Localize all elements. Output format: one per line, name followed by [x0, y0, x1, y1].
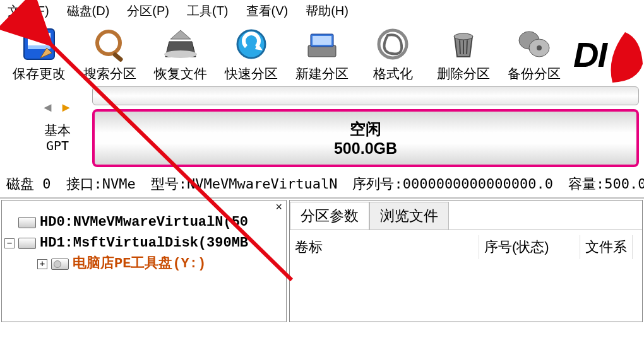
nav-arrows[interactable]: ◄ ► [41, 100, 73, 115]
col-filesystem[interactable]: 文件系 [580, 235, 633, 259]
detail-pane: 分区参数 浏览文件 卷标 序号(状态) 文件系 [289, 200, 643, 322]
expand-icon[interactable]: + [37, 259, 47, 269]
disk-info-line: 磁盘 0 接口:NVMe 型号:NVMeVMwareVirtualN 序列号:0… [0, 171, 644, 197]
partition-status: 空闲 [350, 119, 381, 139]
backup-partition-button[interactable]: 备份分区 [499, 25, 569, 83]
menubar: 文件(F) 磁盘(D) 分区(P) 工具(T) 查看(V) 帮助(H) [0, 0, 644, 22]
menu-help[interactable]: 帮助(H) [306, 3, 349, 20]
disk-serial: 序列号:0000000000000000.0 [352, 175, 553, 194]
collapse-icon[interactable]: − [4, 238, 15, 248]
quick-partition-icon [232, 25, 271, 64]
column-headers: 卷标 序号(状态) 文件系 [290, 230, 642, 259]
svg-rect-7 [308, 45, 336, 57]
backup-icon [515, 25, 554, 64]
disk-map-area: ◄ ► 基本 GPT 空闲 500.0GB [0, 84, 644, 171]
format-button[interactable]: 格式化 [357, 25, 428, 83]
close-icon[interactable]: × [275, 201, 282, 214]
disk-capacity: 容量:500.0GB(51 [568, 175, 644, 194]
menu-file[interactable]: 文件(F) [8, 3, 49, 20]
disk-type: 基本 [44, 122, 71, 138]
tree-node-hd0[interactable]: HD0:NVMeVMwareVirtualN(50 [4, 212, 283, 233]
new-partition-button[interactable]: 新建分区 [287, 25, 357, 83]
menu-disk[interactable]: 磁盘(D) [67, 3, 110, 20]
tab-browse-files[interactable]: 浏览文件 [369, 202, 449, 230]
magnifier-icon [90, 25, 129, 64]
tree-node-hd1[interactable]: − HD1:MsftVirtualDisk(390MB [4, 233, 283, 253]
recover-files-button[interactable]: 恢复文件 [145, 25, 216, 83]
delete-partition-button[interactable]: 删除分区 [428, 25, 499, 83]
disk-left-panel: ◄ ► 基本 GPT [23, 100, 92, 153]
disk-interface: 接口:NVMe [66, 175, 136, 194]
app-logo: DI [573, 26, 644, 83]
save-icon [20, 25, 59, 64]
partition-size: 500.0GB [334, 139, 397, 158]
disk-icon [18, 217, 36, 228]
menu-tools[interactable]: 工具(T) [187, 3, 229, 20]
lower-panes: × HD0:NVMeVMwareVirtualN(50 − HD1:MsftVi… [0, 197, 644, 323]
disk-model: 型号:NVMeVMwareVirtualN [151, 175, 338, 194]
recover-icon [161, 25, 200, 64]
search-partition-button[interactable]: 搜索分区 [75, 25, 145, 83]
svg-point-3 [97, 32, 120, 54]
disk-index: 磁盘 0 [6, 175, 51, 194]
col-volume-label[interactable]: 卷标 [290, 235, 479, 259]
disk-header-bar[interactable] [92, 86, 639, 105]
svg-point-5 [164, 50, 197, 58]
quick-partition-button[interactable]: 快速分区 [216, 25, 287, 83]
svg-rect-4 [112, 52, 124, 62]
disk-tree-pane: × HD0:NVMeVMwareVirtualN(50 − HD1:MsftVi… [1, 200, 287, 322]
disk-icon [18, 238, 36, 249]
tab-partition-params[interactable]: 分区参数 [290, 202, 369, 230]
menu-view[interactable]: 查看(V) [246, 3, 289, 20]
new-partition-icon [302, 25, 342, 64]
format-icon [373, 25, 412, 64]
tabs: 分区参数 浏览文件 [290, 201, 642, 230]
svg-point-11 [454, 33, 473, 40]
disk-scheme: GPT [44, 138, 71, 153]
save-changes-button[interactable]: 保存更改 [4, 25, 75, 83]
volume-icon [51, 259, 69, 270]
trash-icon [444, 25, 483, 64]
col-index-status[interactable]: 序号(状态) [479, 235, 580, 259]
toolbar: 保存更改 搜索分区 恢复文件 快速分区 新建分区 格式化 删除分区 [0, 22, 644, 84]
svg-rect-9 [313, 36, 331, 45]
tree-node-pe[interactable]: + 电脑店PE工具盘(Y:) [4, 253, 283, 274]
svg-point-17 [537, 45, 542, 50]
menu-partition[interactable]: 分区(P) [127, 3, 169, 20]
partition-free-block[interactable]: 空闲 500.0GB [92, 109, 639, 167]
svg-line-14 [467, 40, 467, 54]
svg-line-12 [460, 40, 460, 54]
